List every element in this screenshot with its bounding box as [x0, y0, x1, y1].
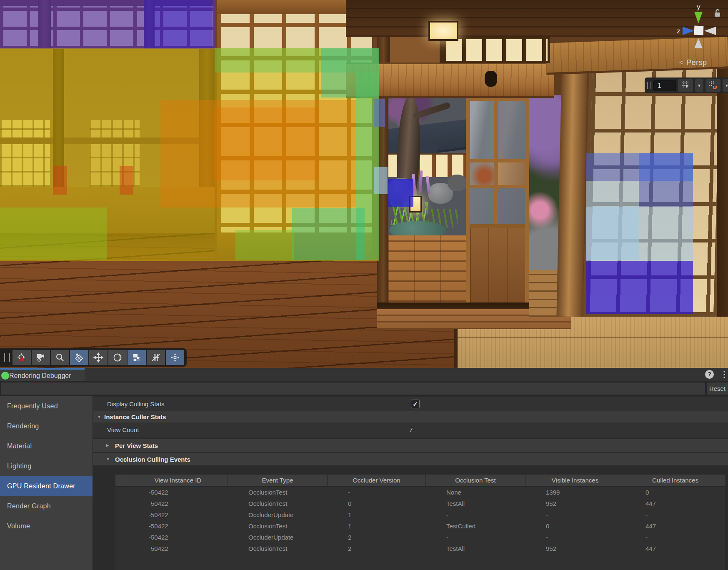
x-axis-cone	[704, 27, 716, 35]
kebab-menu-icon[interactable]: ⋮	[720, 369, 728, 379]
cell-visible-instances: -	[525, 509, 625, 520]
shoji-transom	[0, 0, 215, 49]
wireframe-toggle-button[interactable]	[147, 350, 165, 365]
occlusion-culling-events-foldout[interactable]: ▼ Occlusion Culling Events	[93, 453, 728, 465]
display-culling-stats-label: Display Culling Stats	[107, 400, 165, 408]
door-bottom-rail	[217, 232, 378, 260]
tab-rendering-debugger[interactable]: Rendering Debugger	[0, 368, 85, 381]
contrast-icon	[113, 352, 123, 362]
cell-visible-instances: 0	[525, 520, 625, 532]
door-rail	[470, 224, 525, 228]
y-axis-label: y	[697, 3, 700, 11]
center-view-icon	[170, 352, 180, 362]
lock-icon[interactable]	[713, 8, 722, 18]
render-settings-button[interactable]	[128, 350, 146, 365]
garden-rock	[448, 175, 466, 191]
status-dot	[1, 372, 9, 380]
cell-visible-instances: 952	[525, 498, 625, 509]
scene-debug-toolbar	[0, 348, 187, 367]
cell-culled-instances: 0	[625, 487, 725, 498]
sidebar-item-material[interactable]: Material	[0, 436, 93, 456]
row-spacer	[115, 487, 128, 498]
cell-view-instance-id: -50422	[128, 532, 228, 543]
debug-shading-button[interactable]	[13, 350, 31, 365]
contrast-button[interactable]	[108, 350, 127, 365]
window-toolbar: Reset	[0, 381, 728, 396]
center-view-button[interactable]	[166, 350, 184, 365]
cell-culled-instances: 447	[625, 520, 725, 532]
cell-occluder-version: 1	[327, 509, 425, 520]
event-row: -50422 OcclusionTest 2 TestAll 952 447	[115, 543, 725, 554]
cell-occlusion-test: TestCulled	[425, 520, 525, 532]
instance-culler-stats-foldout[interactable]: ▼ Instance Culler Stats	[93, 411, 728, 422]
cell-occlusion-test: None	[425, 487, 525, 498]
doorframe-post	[377, 0, 390, 312]
cell-event-type: OcclusionTest	[228, 543, 327, 554]
help-icon[interactable]: ?	[705, 370, 714, 379]
search-button[interactable]	[51, 350, 69, 365]
cell-occluder-version: 2	[327, 532, 425, 543]
scene-camera-button[interactable]	[32, 350, 50, 365]
sidebar-item-lighting[interactable]: Lighting	[0, 456, 93, 476]
lit-shoji-window	[0, 120, 50, 187]
tab-bar: Rendering Debugger ? ⋮	[0, 368, 728, 381]
shoji-sliding-door	[215, 0, 378, 260]
view-count-value: 7	[409, 426, 413, 433]
persp-text: Persp	[686, 58, 707, 67]
grid-snap-dropdown[interactable]: ▼	[723, 79, 728, 92]
move-tool-button[interactable]	[89, 350, 108, 365]
row-spacer	[115, 543, 128, 554]
row-spacer	[115, 498, 128, 509]
door-wood-panel	[470, 228, 525, 308]
event-row: -50422 OcclusionTest 0 TestAll 952 447	[115, 498, 725, 509]
grid-snap-button[interactable]	[705, 79, 720, 92]
grid-magnet-icon	[708, 80, 718, 91]
cell-view-instance-id: -50422	[128, 509, 228, 520]
toolbar-drag-handle[interactable]	[4, 353, 10, 362]
cell-view-instance-id: -50422	[128, 520, 228, 532]
wood-post	[144, 0, 155, 49]
cell-occluder-version: 2	[327, 543, 425, 554]
scrollbar-groove	[725, 475, 726, 570]
sidebar-item-gpu-resident-drawer[interactable]: GPU Resident Drawer	[0, 476, 93, 496]
row-spacer	[115, 520, 128, 532]
instance-culler-stats-label: Instance Culler Stats	[104, 413, 166, 420]
grid-axis-dropdown[interactable]: ▼	[695, 79, 703, 92]
display-culling-stats-checkbox[interactable]: ✓	[411, 400, 420, 408]
event-row: -50422 OccluderUpdate 1 - - -	[115, 509, 725, 520]
foldout-open-icon: ▼	[97, 415, 101, 419]
gizmo-selection-button[interactable]	[70, 350, 88, 365]
cell-occlusion-test: TestAll	[425, 543, 525, 554]
sidebar-item-frequently-used[interactable]: Frequently Used	[0, 396, 93, 416]
toolbar-drag-handle[interactable]	[647, 82, 651, 89]
left-interior-wall	[0, 0, 215, 233]
reset-button[interactable]: Reset	[707, 382, 728, 395]
tatami-seam	[458, 337, 728, 338]
cell-event-type: OccluderUpdate	[228, 509, 327, 520]
grid-axis-button[interactable]: Y	[678, 79, 693, 92]
z-axis-cone	[683, 27, 694, 35]
cell-culled-instances: 447	[625, 498, 725, 509]
debugger-sidebar: Frequently Used Rendering Material Light…	[0, 396, 93, 570]
sidebar-item-render-graph[interactable]: Render Graph	[0, 496, 93, 516]
scene-camera-icon	[36, 352, 46, 362]
per-view-stats-foldout[interactable]: ▶ Per View Stats	[93, 439, 728, 452]
search-field[interactable]	[1, 382, 705, 395]
y-axis-cone	[694, 12, 703, 23]
column-header-culled-instances: Culled Instances	[625, 475, 725, 486]
lit-shoji-window	[90, 120, 140, 187]
cell-occlusion-test: -	[425, 509, 525, 520]
sidebar-item-volume[interactable]: Volume	[0, 516, 93, 536]
scene-viewport[interactable]: y z <Persp 1 Y ▼ ▼	[0, 0, 728, 368]
persp-chevron-icon: <	[679, 58, 684, 67]
occlusion-events-table: View Instance ID Event Type Occluder Ver…	[115, 475, 725, 570]
grid-size-input[interactable]: 1	[653, 80, 676, 91]
projection-label[interactable]: <Persp	[679, 58, 707, 67]
row-spacer	[115, 509, 128, 520]
tab-title: Rendering Debugger	[9, 372, 71, 380]
lintel-beam	[346, 62, 554, 98]
cell-occluder-version: 0	[327, 498, 425, 509]
garden-lantern	[409, 196, 422, 212]
event-row: -50422 OcclusionTest 1 TestCulled 0 447	[115, 520, 725, 532]
sidebar-item-rendering[interactable]: Rendering	[0, 416, 93, 436]
